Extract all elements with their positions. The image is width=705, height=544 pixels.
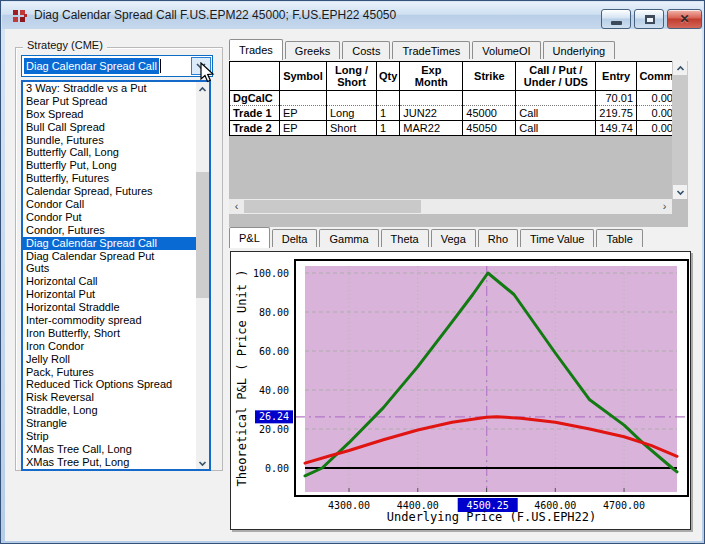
y-tick-label: 100.00 [253, 268, 289, 279]
tab-volumeoi[interactable]: VolumeOI [472, 41, 540, 59]
tab-greeks[interactable]: Greeks [285, 41, 340, 59]
chart-tab-delta[interactable]: Delta [272, 229, 318, 247]
strategy-option[interactable]: 3 Way: Straddle vs a Put [23, 82, 196, 95]
strategy-option[interactable]: Iron Butterfly, Short [23, 327, 196, 340]
table-cell: EP [280, 106, 327, 121]
strategy-option[interactable]: Horizontal Put [23, 288, 196, 301]
tab-tradetimes[interactable]: TradeTimes [392, 41, 470, 59]
scroll-down-arrow[interactable] [196, 456, 209, 469]
close-icon: ✕ [668, 12, 701, 26]
table-cell: Long [327, 106, 377, 121]
table-cell: Short [327, 121, 377, 136]
strategy-option[interactable]: Strip [23, 430, 196, 443]
strategy-option[interactable]: Guts [23, 262, 196, 275]
table-cell: 219.75 [596, 106, 637, 121]
table-row[interactable]: DgCalC70.010.00 [230, 91, 677, 106]
client-area: Strategy (CME) Diag Calendar Spread Call… [5, 29, 702, 541]
maximize-button[interactable] [634, 9, 664, 29]
table-cell: DgCalC [230, 91, 280, 106]
strategy-option[interactable]: Condor, Futures [23, 224, 196, 237]
strategy-option[interactable]: Box Spread [23, 108, 196, 121]
column-header: Long / Short [327, 62, 377, 91]
tab-underlying[interactable]: Underlying [543, 41, 616, 59]
strategy-option[interactable]: Diag Calendar Spread Put [23, 250, 196, 263]
chart-tab-vega[interactable]: Vega [431, 229, 476, 247]
tab-costs[interactable]: Costs [342, 41, 390, 59]
chart-tab-rho[interactable]: Rho [478, 229, 518, 247]
chevron-down-icon [196, 457, 209, 470]
x-axis-title: Underlying Price (F.US.EPH22) [295, 510, 688, 524]
strategy-option[interactable]: Reduced Tick Options Spread [23, 378, 196, 391]
chevron-up-icon [196, 83, 209, 96]
strategy-option[interactable]: Butterfly Put, Long [23, 159, 196, 172]
table-vertical-scrollbar[interactable] [672, 61, 688, 199]
chevron-up-icon [674, 62, 687, 75]
strategy-options: 3 Way: Straddle vs a PutBear Put SpreadB… [23, 82, 196, 469]
text-caret [160, 59, 161, 73]
scrollbar-thumb[interactable] [196, 172, 209, 298]
table-cell [377, 91, 400, 106]
table-row[interactable]: Trade 2EPShort1MAR2245050Call149.740.00 [230, 121, 677, 136]
table-cell: 0.00 [637, 121, 677, 136]
strategy-combobox[interactable]: Diag Calendar Spread Call [21, 55, 213, 77]
column-header: Qty [377, 62, 400, 91]
app-window: Diag Calendar Spread Call F.US.EPM22 450… [0, 0, 705, 544]
trades-tabstrip: TradesGreeksCostsTradeTimesVolumeOIUnder… [229, 39, 617, 59]
table-cell: Call [516, 106, 596, 121]
strategy-option[interactable]: Bear Put Spread [23, 95, 196, 108]
table-horizontal-scrollbar[interactable]: ‹ › [229, 199, 672, 214]
strategy-option[interactable]: Condor Call [23, 198, 196, 211]
strategy-option[interactable]: Jelly Roll [23, 353, 196, 366]
table-cell: 149.74 [596, 121, 637, 136]
strategy-option[interactable]: Bull Call Spread [23, 121, 196, 134]
chart-tab-time-value[interactable]: Time Value [520, 229, 594, 247]
strategy-option[interactable]: XMas Tree Call, Long [23, 443, 196, 456]
strategy-option[interactable]: Condor Put [23, 211, 196, 224]
y-tick-label: 40.00 [259, 385, 289, 396]
strategy-option[interactable]: Butterfly Call, Long [23, 146, 196, 159]
minimize-button[interactable] [601, 9, 631, 29]
strategy-option[interactable]: Risk Reversal [23, 391, 196, 404]
pnl-chart-canvas: 0.0020.0040.0060.0080.00100.0026.244300.… [231, 252, 692, 531]
strategy-option[interactable]: Strangle [23, 417, 196, 430]
column-header: Comm [637, 62, 677, 91]
table-cell: JUN22 [400, 106, 463, 121]
chart-tab-theta[interactable]: Theta [381, 229, 429, 247]
table-cell: Trade 2 [230, 121, 280, 136]
mouse-cursor [199, 62, 215, 84]
scrollbar-thumb[interactable] [244, 200, 421, 213]
strategy-option[interactable]: Inter-commodity spread [23, 314, 196, 327]
scroll-left-arrow[interactable]: ‹ [229, 199, 244, 214]
strategy-option[interactable]: Calendar Spread, Futures [23, 185, 196, 198]
column-header: Exp Month [400, 62, 463, 91]
strategy-option[interactable]: XMas Tree Put, Long [23, 456, 196, 469]
app-icon [12, 9, 28, 25]
table-cell: 1 [377, 121, 400, 136]
strategy-option[interactable]: Horizontal Call [23, 275, 196, 288]
strategy-option[interactable]: Butterfly, Futures [23, 172, 196, 185]
strategy-option[interactable]: Bundle, Futures [23, 134, 196, 147]
y-tick-label: 80.00 [259, 307, 289, 318]
strategy-option[interactable]: Horizontal Straddle [23, 301, 196, 314]
table-cell: 70.01 [596, 91, 637, 106]
strategy-option[interactable]: Iron Condor [23, 340, 196, 353]
strategy-option[interactable]: Diag Calendar Spread Call [23, 237, 196, 250]
tab-trades[interactable]: Trades [229, 39, 283, 60]
column-header: Entry [596, 62, 637, 91]
close-button[interactable]: ✕ [667, 9, 702, 29]
scroll-up-arrow[interactable] [673, 61, 687, 75]
scroll-down-arrow[interactable] [673, 185, 687, 199]
pnl-chart: 0.0020.0040.0060.0080.00100.0026.244300.… [230, 251, 691, 530]
chevron-down-icon [674, 186, 687, 199]
chart-tab-table[interactable]: Table [596, 229, 642, 247]
strategy-option[interactable]: Pack, Futures [23, 366, 196, 379]
chart-tab-p-l[interactable]: P&L [229, 227, 270, 248]
strategy-option[interactable]: Straddle, Long [23, 404, 196, 417]
scroll-right-arrow[interactable]: › [657, 199, 672, 214]
table-cell: 45000 [463, 106, 516, 121]
chart-tab-gamma[interactable]: Gamma [319, 229, 378, 247]
table-row[interactable]: Trade 1EPLong1JUN2245000Call219.750.00 [230, 106, 677, 121]
title-bar[interactable]: Diag Calendar Spread Call F.US.EPM22 450… [2, 2, 703, 29]
list-scrollbar[interactable] [196, 82, 209, 469]
trades-table[interactable]: SymbolLong / ShortQtyExp MonthStrikeCall… [229, 61, 677, 136]
